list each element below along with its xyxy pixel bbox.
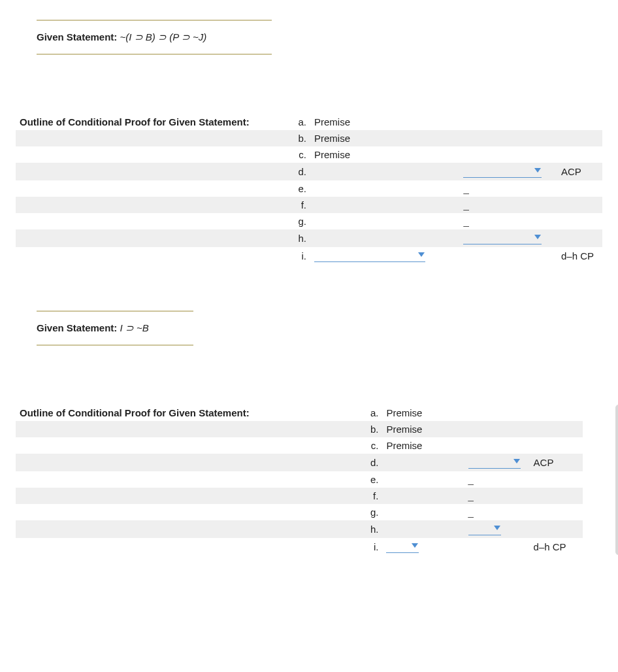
row-label: e.	[286, 180, 310, 197]
given-expression-2: I ⊃ ~B	[120, 322, 149, 333]
row-content	[382, 454, 464, 471]
dropdown[interactable]	[468, 523, 501, 535]
outline-head-cell: Outline of Conditional Proof for Given S…	[16, 405, 358, 421]
row-content: Premise	[310, 146, 459, 163]
given-box-2: Given Statement: I ⊃ ~B	[16, 311, 602, 346]
row-label: g.	[358, 504, 383, 520]
row-label: a.	[358, 405, 383, 421]
row-content	[382, 504, 464, 520]
row-fill: _	[464, 488, 530, 504]
row-rule	[530, 504, 583, 520]
row-label: f.	[286, 197, 310, 213]
table-row: c.Premise	[16, 146, 602, 163]
row-fill	[464, 437, 530, 454]
row-rule	[530, 405, 583, 421]
row-content: Premise	[310, 114, 459, 130]
row-fill: _	[464, 471, 530, 488]
row-fill	[459, 247, 557, 265]
row-fill	[459, 146, 557, 163]
row-rule	[557, 130, 602, 146]
outline-head-cell	[16, 520, 358, 538]
table-row: d.ACP	[16, 454, 583, 471]
table-row: h.	[16, 520, 583, 538]
divider	[37, 311, 193, 312]
row-label: b.	[358, 421, 383, 437]
outline-head-cell	[16, 197, 286, 213]
blank-placeholder: _	[468, 490, 474, 501]
dropdown[interactable]	[468, 456, 521, 469]
row-content	[382, 471, 464, 488]
outline-head-cell	[16, 437, 358, 454]
row-rule	[557, 114, 602, 130]
chevron-down-icon	[418, 252, 425, 257]
outline-head-cell	[16, 229, 286, 247]
chevron-down-icon	[412, 543, 418, 548]
table-row: Outline of Conditional Proof for Given S…	[16, 114, 602, 130]
given-label-text: Given Statement:	[37, 322, 117, 333]
blank-placeholder: _	[468, 474, 474, 485]
table-row: b.Premise	[16, 130, 602, 146]
given-statement-2: Given Statement: I ⊃ ~B	[16, 322, 602, 334]
row-fill	[464, 405, 530, 421]
row-content	[310, 213, 459, 229]
row-content: Premise	[382, 437, 464, 454]
outline-head-cell	[16, 213, 286, 229]
row-rule	[530, 488, 583, 504]
outline-head-cell	[16, 163, 286, 180]
dropdown[interactable]	[386, 541, 419, 553]
table-row: g._	[16, 504, 583, 520]
dropdown[interactable]	[463, 232, 542, 244]
table-row: i.d–h CP	[16, 247, 602, 265]
row-label: g.	[286, 213, 310, 229]
row-rule	[557, 146, 602, 163]
row-fill: _	[459, 197, 557, 213]
row-label: i.	[286, 247, 310, 265]
row-label: b.	[286, 130, 310, 146]
row-fill	[459, 114, 557, 130]
table-row: c.Premise	[16, 437, 583, 454]
proof-table-2: Outline of Conditional Proof for Given S…	[16, 405, 583, 556]
blank-placeholder: _	[463, 199, 468, 210]
row-fill	[459, 163, 557, 180]
row-content: Premise	[310, 130, 459, 146]
row-content: Premise	[382, 405, 464, 421]
outline-head-cell	[16, 146, 286, 163]
row-rule: d–h CP	[530, 538, 583, 556]
divider	[37, 344, 193, 346]
row-rule: ACP	[557, 163, 602, 180]
dropdown[interactable]	[314, 250, 425, 262]
given-box-1: Given Statement: ~(I ⊃ B) ⊃ (P ⊃ ~J)	[16, 20, 602, 55]
row-rule	[530, 471, 583, 488]
row-rule	[530, 437, 583, 454]
outline-head-cell	[16, 421, 358, 437]
row-label: e.	[358, 471, 383, 488]
outline-head-cell	[16, 471, 358, 488]
given-label-text: Given Statement:	[37, 31, 117, 42]
dropdown[interactable]	[463, 165, 542, 178]
table-row: i.d–h CP	[16, 538, 583, 556]
row-content	[310, 163, 459, 180]
table-row: h.	[16, 229, 602, 247]
table-row: f._	[16, 197, 602, 213]
row-fill: _	[464, 504, 530, 520]
row-label: d.	[286, 163, 310, 180]
row-content	[310, 247, 459, 265]
table-row: f._	[16, 488, 583, 504]
table-row: Outline of Conditional Proof for Given S…	[16, 405, 583, 421]
row-rule	[557, 197, 602, 213]
blank-placeholder: _	[463, 183, 468, 194]
outline-head-cell	[16, 504, 358, 520]
blank-placeholder: _	[468, 507, 474, 518]
row-content	[382, 488, 464, 504]
table-row: g._	[16, 213, 602, 229]
row-rule: d–h CP	[557, 247, 602, 265]
row-fill: _	[459, 180, 557, 197]
row-content	[310, 180, 459, 197]
proof-block-2-wrap: Outline of Conditional Proof for Given S…	[16, 405, 602, 556]
scrollbar[interactable]	[615, 405, 618, 555]
row-label: c.	[286, 146, 310, 163]
divider	[37, 54, 272, 55]
table-row: d.ACP	[16, 163, 602, 180]
row-fill	[459, 130, 557, 146]
row-label: h.	[286, 229, 310, 247]
